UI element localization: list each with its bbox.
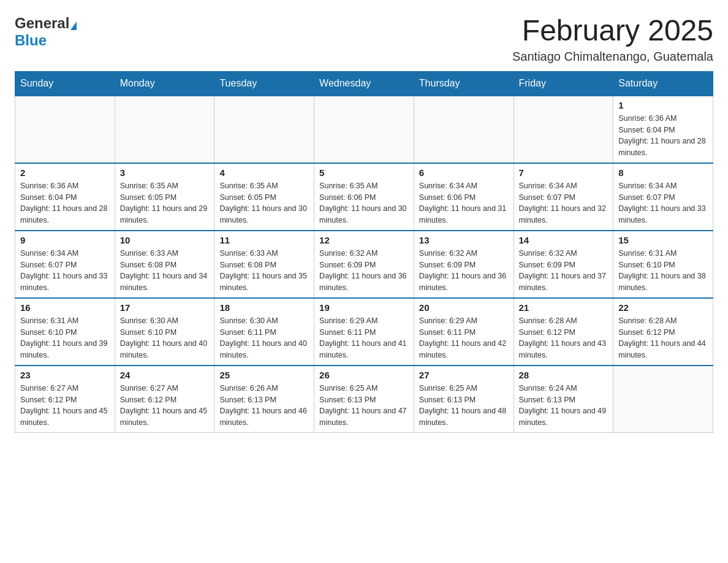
calendar-cell: 12Sunrise: 6:32 AMSunset: 6:09 PMDayligh… xyxy=(314,231,414,298)
header-tuesday: Tuesday xyxy=(214,71,314,96)
calendar-cell xyxy=(15,96,115,163)
calendar-cell: 14Sunrise: 6:32 AMSunset: 6:09 PMDayligh… xyxy=(514,231,613,298)
calendar-cell: 18Sunrise: 6:30 AMSunset: 6:11 PMDayligh… xyxy=(214,298,314,366)
day-number: 3 xyxy=(120,167,210,178)
day-info: Sunrise: 6:36 AMSunset: 6:04 PMDaylight:… xyxy=(618,113,708,159)
logo-general: General xyxy=(15,15,69,31)
calendar-cell: 10Sunrise: 6:33 AMSunset: 6:08 PMDayligh… xyxy=(115,231,214,298)
day-number: 16 xyxy=(20,302,110,313)
calendar-cell: 27Sunrise: 6:25 AMSunset: 6:13 PMDayligh… xyxy=(414,366,514,433)
day-number: 27 xyxy=(419,370,509,380)
calendar-cell: 22Sunrise: 6:28 AMSunset: 6:12 PMDayligh… xyxy=(613,298,713,366)
calendar-cell xyxy=(214,96,314,163)
day-info: Sunrise: 6:33 AMSunset: 6:08 PMDaylight:… xyxy=(120,248,210,294)
week-row-5: 23Sunrise: 6:27 AMSunset: 6:12 PMDayligh… xyxy=(15,366,713,433)
calendar-cell: 8Sunrise: 6:34 AMSunset: 6:07 PMDaylight… xyxy=(613,163,713,231)
calendar-cell: 24Sunrise: 6:27 AMSunset: 6:12 PMDayligh… xyxy=(115,366,214,433)
day-info: Sunrise: 6:24 AMSunset: 6:13 PMDaylight:… xyxy=(519,383,609,429)
day-number: 23 xyxy=(20,370,110,380)
calendar-cell: 5Sunrise: 6:35 AMSunset: 6:06 PMDaylight… xyxy=(314,163,414,231)
day-info: Sunrise: 6:34 AMSunset: 6:07 PMDaylight:… xyxy=(519,180,609,226)
calendar-cell xyxy=(613,366,713,433)
calendar-cell: 9Sunrise: 6:34 AMSunset: 6:07 PMDaylight… xyxy=(15,231,115,298)
day-info: Sunrise: 6:34 AMSunset: 6:06 PMDaylight:… xyxy=(419,180,509,226)
logo: General Blue xyxy=(15,15,78,49)
calendar-cell: 3Sunrise: 6:35 AMSunset: 6:05 PMDaylight… xyxy=(115,163,214,231)
day-info: Sunrise: 6:34 AMSunset: 6:07 PMDaylight:… xyxy=(20,248,110,294)
header-monday: Monday xyxy=(115,71,214,96)
day-number: 1 xyxy=(618,100,708,110)
day-info: Sunrise: 6:29 AMSunset: 6:11 PMDaylight:… xyxy=(319,315,409,361)
day-info: Sunrise: 6:29 AMSunset: 6:11 PMDaylight:… xyxy=(419,315,509,361)
week-row-4: 16Sunrise: 6:31 AMSunset: 6:10 PMDayligh… xyxy=(15,298,713,366)
calendar-cell: 15Sunrise: 6:31 AMSunset: 6:10 PMDayligh… xyxy=(613,231,713,298)
day-number: 24 xyxy=(120,370,210,380)
calendar-cell: 4Sunrise: 6:35 AMSunset: 6:05 PMDaylight… xyxy=(214,163,314,231)
day-number: 12 xyxy=(319,235,409,245)
day-number: 7 xyxy=(519,167,609,178)
day-number: 6 xyxy=(419,167,509,178)
day-info: Sunrise: 6:25 AMSunset: 6:13 PMDaylight:… xyxy=(419,383,509,429)
calendar-header-row: Sunday Monday Tuesday Wednesday Thursday… xyxy=(15,71,713,96)
day-info: Sunrise: 6:36 AMSunset: 6:04 PMDaylight:… xyxy=(20,180,110,226)
day-number: 8 xyxy=(618,167,708,178)
calendar-cell: 23Sunrise: 6:27 AMSunset: 6:12 PMDayligh… xyxy=(15,366,115,433)
day-number: 17 xyxy=(120,302,210,313)
day-number: 15 xyxy=(618,235,708,245)
calendar-cell: 28Sunrise: 6:24 AMSunset: 6:13 PMDayligh… xyxy=(514,366,613,433)
logo-text: General Blue xyxy=(15,15,78,49)
calendar-cell xyxy=(514,96,613,163)
day-number: 19 xyxy=(319,302,409,313)
logo-blue: Blue xyxy=(15,32,47,48)
day-info: Sunrise: 6:27 AMSunset: 6:12 PMDaylight:… xyxy=(20,383,110,429)
day-info: Sunrise: 6:28 AMSunset: 6:12 PMDaylight:… xyxy=(519,315,609,361)
day-info: Sunrise: 6:32 AMSunset: 6:09 PMDaylight:… xyxy=(519,248,609,294)
day-number: 4 xyxy=(219,167,309,178)
day-number: 21 xyxy=(519,302,609,313)
day-info: Sunrise: 6:32 AMSunset: 6:09 PMDaylight:… xyxy=(319,248,409,294)
day-info: Sunrise: 6:27 AMSunset: 6:12 PMDaylight:… xyxy=(120,383,210,429)
calendar-cell xyxy=(314,96,414,163)
day-info: Sunrise: 6:28 AMSunset: 6:12 PMDaylight:… xyxy=(618,315,708,361)
day-number: 9 xyxy=(20,235,110,245)
week-row-1: 1Sunrise: 6:36 AMSunset: 6:04 PMDaylight… xyxy=(15,96,713,163)
calendar-cell: 25Sunrise: 6:26 AMSunset: 6:13 PMDayligh… xyxy=(214,366,314,433)
day-info: Sunrise: 6:35 AMSunset: 6:06 PMDaylight:… xyxy=(319,180,409,226)
day-info: Sunrise: 6:34 AMSunset: 6:07 PMDaylight:… xyxy=(618,180,708,226)
day-info: Sunrise: 6:26 AMSunset: 6:13 PMDaylight:… xyxy=(219,383,309,429)
day-number: 11 xyxy=(219,235,309,245)
header-sunday: Sunday xyxy=(15,71,115,96)
header-thursday: Thursday xyxy=(414,71,514,96)
calendar-cell: 13Sunrise: 6:32 AMSunset: 6:09 PMDayligh… xyxy=(414,231,514,298)
calendar-cell xyxy=(115,96,214,163)
day-number: 5 xyxy=(319,167,409,178)
calendar-cell: 20Sunrise: 6:29 AMSunset: 6:11 PMDayligh… xyxy=(414,298,514,366)
day-number: 22 xyxy=(618,302,708,313)
calendar-cell: 17Sunrise: 6:30 AMSunset: 6:10 PMDayligh… xyxy=(115,298,214,366)
day-number: 10 xyxy=(120,235,210,245)
day-number: 20 xyxy=(419,302,509,313)
location-subtitle: Santiago Chimaltenango, Guatemala xyxy=(512,50,713,64)
calendar-cell: 7Sunrise: 6:34 AMSunset: 6:07 PMDaylight… xyxy=(514,163,613,231)
calendar-table: Sunday Monday Tuesday Wednesday Thursday… xyxy=(15,71,713,433)
logo-arrow-icon xyxy=(70,21,77,30)
day-info: Sunrise: 6:30 AMSunset: 6:10 PMDaylight:… xyxy=(120,315,210,361)
month-title: February 2025 xyxy=(512,15,713,47)
header-saturday: Saturday xyxy=(613,71,713,96)
header-friday: Friday xyxy=(514,71,613,96)
day-info: Sunrise: 6:31 AMSunset: 6:10 PMDaylight:… xyxy=(20,315,110,361)
calendar-cell: 19Sunrise: 6:29 AMSunset: 6:11 PMDayligh… xyxy=(314,298,414,366)
day-info: Sunrise: 6:30 AMSunset: 6:11 PMDaylight:… xyxy=(219,315,309,361)
header-wednesday: Wednesday xyxy=(314,71,414,96)
day-info: Sunrise: 6:32 AMSunset: 6:09 PMDaylight:… xyxy=(419,248,509,294)
calendar-cell: 21Sunrise: 6:28 AMSunset: 6:12 PMDayligh… xyxy=(514,298,613,366)
day-number: 2 xyxy=(20,167,110,178)
calendar-cell: 6Sunrise: 6:34 AMSunset: 6:06 PMDaylight… xyxy=(414,163,514,231)
calendar-cell: 11Sunrise: 6:33 AMSunset: 6:08 PMDayligh… xyxy=(214,231,314,298)
calendar-cell xyxy=(414,96,514,163)
day-number: 28 xyxy=(519,370,609,380)
day-info: Sunrise: 6:25 AMSunset: 6:13 PMDaylight:… xyxy=(319,383,409,429)
day-number: 14 xyxy=(519,235,609,245)
calendar-cell: 1Sunrise: 6:36 AMSunset: 6:04 PMDaylight… xyxy=(613,96,713,163)
day-number: 13 xyxy=(419,235,509,245)
